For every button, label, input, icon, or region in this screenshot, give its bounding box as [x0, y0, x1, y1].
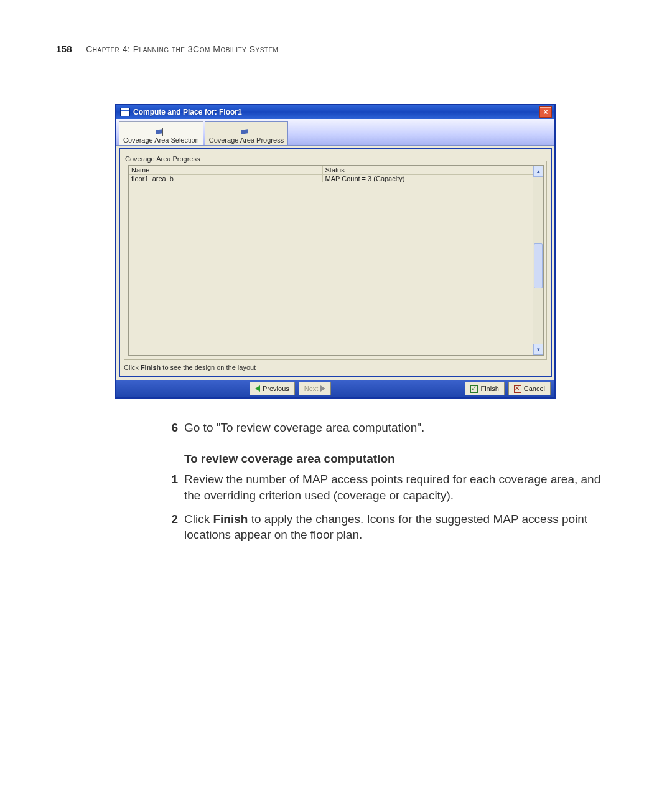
step-number: 6 [162, 420, 178, 436]
step-number: 2 [162, 511, 178, 543]
arrow-right-icon [320, 385, 325, 392]
column-status[interactable]: Status [323, 166, 533, 175]
step-number: 1 [162, 471, 178, 503]
hint-text: Click Finish to see the design on the la… [124, 362, 547, 372]
button-bar: Previous Next Finish Cancel [116, 380, 554, 397]
step-1: 1 Review the number of MAP access points… [162, 471, 610, 503]
tab-label: Coverage Area Progress [209, 137, 284, 144]
titlebar[interactable]: Compute and Place for: Floor1 × [116, 105, 554, 119]
body-text: 6 Go to "To review coverage area computa… [162, 420, 610, 543]
flag-icon [156, 128, 166, 136]
cell-status: MAP Count = 3 (Capacity) [323, 175, 533, 182]
table-header: Name Status [129, 166, 533, 175]
column-name[interactable]: Name [129, 166, 323, 175]
tab-label: Coverage Area Selection [123, 137, 199, 144]
vertical-scrollbar[interactable]: ▴ ▾ [533, 166, 543, 355]
check-icon [470, 385, 478, 392]
finish-button[interactable]: Finish [465, 382, 504, 395]
hint-prefix: Click [124, 364, 141, 371]
groupbox: Name Status floor1_area_b MAP Count = 3 … [124, 161, 547, 360]
progress-table: Name Status floor1_area_b MAP Count = 3 … [128, 165, 544, 356]
next-label: Next [304, 385, 319, 392]
step-text: Review the number of MAP access points r… [184, 471, 610, 503]
cell-name: floor1_area_b [129, 175, 323, 182]
hint-suffix: to see the design on the layout [161, 364, 256, 371]
cancel-label: Cancel [524, 385, 545, 392]
step-2: 2 Click Finish to apply the changes. Ico… [162, 511, 610, 543]
scroll-up-icon[interactable]: ▴ [533, 166, 543, 177]
groupbox-label: Coverage Area Progress [124, 155, 201, 163]
scroll-down-icon[interactable]: ▾ [533, 344, 543, 355]
window-icon [120, 108, 130, 116]
inner-panel: Coverage Area Progress Name Status floor… [119, 148, 552, 377]
step-text: Go to "To review coverage area computati… [184, 420, 610, 436]
finish-label: Finish [480, 385, 498, 392]
hint-bold: Finish [141, 364, 161, 371]
scroll-track[interactable] [533, 177, 543, 344]
close-icon[interactable]: × [539, 106, 552, 118]
section-heading: To review coverage area computation [184, 451, 610, 467]
tab-coverage-area-selection[interactable]: Coverage Area Selection [119, 121, 203, 145]
cancel-button[interactable]: Cancel [508, 382, 551, 395]
window-title: Compute and Place for: Floor1 [133, 108, 539, 116]
step-text: Click Finish to apply the changes. Icons… [184, 511, 610, 543]
next-button: Next [299, 382, 332, 395]
chapter-label: Chapter 4: Planning the 3Com Mobility Sy… [86, 44, 278, 54]
step-6: 6 Go to "To review coverage area computa… [162, 420, 610, 436]
running-header: 158 Chapter 4: Planning the 3Com Mobilit… [56, 44, 616, 54]
arrow-left-icon [255, 385, 260, 392]
page-number: 158 [56, 44, 72, 54]
scroll-thumb[interactable] [534, 243, 543, 288]
tab-coverage-area-progress[interactable]: Coverage Area Progress [205, 121, 288, 145]
flag-icon [241, 128, 251, 136]
previous-label: Previous [263, 385, 289, 392]
previous-button[interactable]: Previous [250, 382, 295, 395]
x-icon [514, 385, 521, 392]
table-row[interactable]: floor1_area_b MAP Count = 3 (Capacity) [129, 175, 533, 182]
tab-strip: Coverage Area Selection Coverage Area Pr… [116, 119, 554, 146]
dialog-window: Compute and Place for: Floor1 × Coverage… [115, 104, 556, 399]
